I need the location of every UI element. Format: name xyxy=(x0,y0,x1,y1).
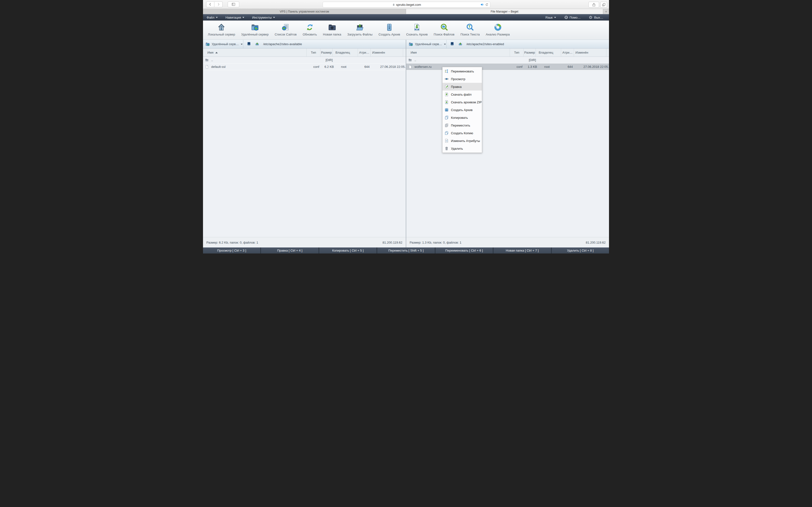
tab-vps[interactable]: VPS | Панель управления хостингом xyxy=(203,9,406,14)
column-header-owner[interactable]: Владелец xyxy=(332,49,358,56)
chevron-down-icon xyxy=(273,17,275,18)
column-header-type[interactable]: Тип xyxy=(306,49,320,56)
context-menu-label: Скачать файл xyxy=(451,93,471,96)
server-select-label: Удалённый серв… xyxy=(212,42,239,46)
edit-icon xyxy=(445,84,449,89)
fn-button-rename[interactable]: Переименовать [ Ctrl + 6 ] xyxy=(436,247,493,253)
column-header-label: Тип xyxy=(514,51,519,54)
server-ip: 81.200.119.62 xyxy=(383,241,402,244)
toolbar-button-local-server[interactable]: Локальный сервер xyxy=(207,23,236,36)
column-header-owner[interactable]: Владелец xyxy=(536,49,561,56)
view-icon xyxy=(445,77,449,81)
context-menu-item-rename[interactable]: Переименовать xyxy=(443,67,482,75)
column-header-name[interactable]: Имя xyxy=(406,49,510,56)
disk-root-button[interactable] xyxy=(247,42,251,47)
toolbar-button-new-folder[interactable]: Новая папка xyxy=(322,23,342,36)
context-menu-item-download-file[interactable]: Скачать файл xyxy=(443,91,482,98)
menu-tools[interactable]: Инструменты xyxy=(252,16,275,19)
disk-root-button[interactable] xyxy=(450,42,454,47)
audio-icon[interactable] xyxy=(480,3,484,6)
menu-label: Язык xyxy=(545,16,552,19)
move-icon xyxy=(445,123,449,127)
file-name-cell: .. xyxy=(406,58,513,62)
tab-file-manager[interactable]: File Manager – Beget xyxy=(406,9,603,14)
fn-button-move[interactable]: Переместить [ Shift + 5 ] xyxy=(377,247,435,253)
svg-text:T: T xyxy=(469,24,471,29)
sidebar-icon xyxy=(231,2,236,6)
column-header-attr[interactable]: Атри… xyxy=(561,49,574,56)
context-menu-item-edit[interactable]: Правка xyxy=(443,83,482,91)
app-menubar: Файл Навигация Инструменты ЯзыкПомо…Вых… xyxy=(203,14,609,20)
forward-button[interactable] xyxy=(214,1,222,7)
context-menu-item-delete[interactable]: Удалить xyxy=(443,145,482,152)
column-header-name[interactable]: Имя xyxy=(203,49,306,56)
toolbar-button-refresh[interactable]: Обновить xyxy=(302,23,318,36)
table-row[interactable]: ..[DIR] xyxy=(406,57,609,63)
column-header-mod[interactable]: Изменён xyxy=(574,49,606,56)
table-row[interactable]: wolfersen.ruconf1.3 KBroot64427.06.2018 … xyxy=(406,63,609,70)
column-header-size[interactable]: Размер xyxy=(523,49,536,56)
column-header-mod[interactable]: Изменён xyxy=(370,49,403,56)
table-row[interactable]: ..[DIR] xyxy=(203,57,406,63)
remote-server-icon xyxy=(251,23,259,32)
toolbar-button-label: Список Сайтов xyxy=(275,33,297,36)
context-menu-item-view[interactable]: Просмотр xyxy=(443,75,482,83)
file-attrs-cell: 644 xyxy=(361,65,373,68)
toolbar-button-search-text[interactable]: TПоиск Текста xyxy=(459,23,480,36)
svg-text:755: 755 xyxy=(446,140,448,142)
home-dir-button[interactable] xyxy=(255,42,259,47)
nav-buttons xyxy=(206,1,222,7)
tab-overview-button[interactable] xyxy=(600,2,607,7)
share-button[interactable] xyxy=(589,2,599,7)
menu-exit[interactable]: Вых… xyxy=(589,15,603,19)
column-header-type[interactable]: Тип xyxy=(510,49,523,56)
context-menu-item-create-copy[interactable]: Создать Копию xyxy=(443,129,482,137)
table-row[interactable]: default-sslconf6.2 KBroot64427.06.2018 2… xyxy=(203,63,406,70)
plus-icon xyxy=(604,10,608,13)
toolbar-button-site-list[interactable]: Список Сайтов xyxy=(274,23,298,36)
reload-icon[interactable] xyxy=(485,3,489,6)
toolbar-button-size-analysis[interactable]: Анализ Размера xyxy=(485,23,511,36)
menu-language[interactable]: Язык xyxy=(545,16,556,19)
toolbar-button-remote-server[interactable]: Удалённый сервер xyxy=(240,23,270,36)
column-header-label: Владелец xyxy=(539,51,553,54)
path-bar: Удалённый серв…/etc/apache2/sites-availa… xyxy=(203,40,406,49)
fn-button-copy[interactable]: Копировать [ Ctrl + 5 ] xyxy=(319,247,376,253)
fn-button-delete[interactable]: Удалить [ Ctrl + 8 ] xyxy=(552,247,609,253)
menu-file[interactable]: Файл xyxy=(207,16,218,19)
context-menu-item-download-zip[interactable]: Скачать архивом ZIP xyxy=(443,98,482,106)
toolbar-button-upload-files[interactable]: Загрузить Файлы xyxy=(346,23,373,36)
file-pane-left: Удалённый серв…/etc/apache2/sites-availa… xyxy=(203,40,406,247)
toolbar-button-search-files[interactable]: Поиск Файлов xyxy=(433,23,456,36)
fn-button-edit[interactable]: Правка [ Ctrl + 4 ] xyxy=(261,247,318,253)
address-bar[interactable]: sprutio.beget.com xyxy=(323,2,490,7)
sidebar-button[interactable] xyxy=(227,1,239,7)
server-select-dropdown[interactable]: Удалённый серв… xyxy=(406,40,447,48)
new-tab-button[interactable] xyxy=(603,9,609,14)
toolbar-button-download-archive[interactable]: ZIPСкачать Архив xyxy=(405,23,429,36)
size-analysis-icon xyxy=(494,23,502,32)
column-header-size[interactable]: Размер xyxy=(320,49,332,56)
menu-label: Файл xyxy=(207,16,214,19)
context-menu-item-attributes[interactable]: 755Изменить Атрибуты xyxy=(443,137,482,145)
path-tools xyxy=(243,42,259,47)
column-header-attr[interactable]: Атри… xyxy=(358,49,370,56)
file-size-cell: 1.3 KB xyxy=(526,65,539,68)
menu-navigation[interactable]: Навигация xyxy=(225,16,244,19)
server-select-dropdown[interactable]: Удалённый серв… xyxy=(203,40,243,48)
home-dir-button[interactable] xyxy=(458,42,463,47)
context-menu-item-archive[interactable]: Создать Архив xyxy=(443,106,482,114)
menu-help[interactable]: Помо… xyxy=(564,15,581,19)
back-button[interactable] xyxy=(206,1,214,7)
menu-label: Инструменты xyxy=(252,16,272,19)
file-owner-cell: root xyxy=(335,65,361,68)
menu-label: Помо… xyxy=(570,16,581,19)
context-menu-item-copy[interactable]: Копировать xyxy=(443,114,482,121)
fn-button-new-folder[interactable]: Новая папка [ Ctrl + 7 ] xyxy=(494,247,551,253)
up-folder-icon xyxy=(255,42,259,46)
up-folder-icon xyxy=(458,42,463,46)
context-menu-item-move[interactable]: Переместить xyxy=(443,121,482,129)
fn-button-view[interactable]: Просмотр [ Ctrl + 3 ] xyxy=(203,247,260,253)
toolbar-button-create-archive[interactable]: Создать Архив xyxy=(377,23,401,36)
status-summary: Размер: 1.3 Kb, папок: 0, файлов: 1 xyxy=(410,241,461,244)
